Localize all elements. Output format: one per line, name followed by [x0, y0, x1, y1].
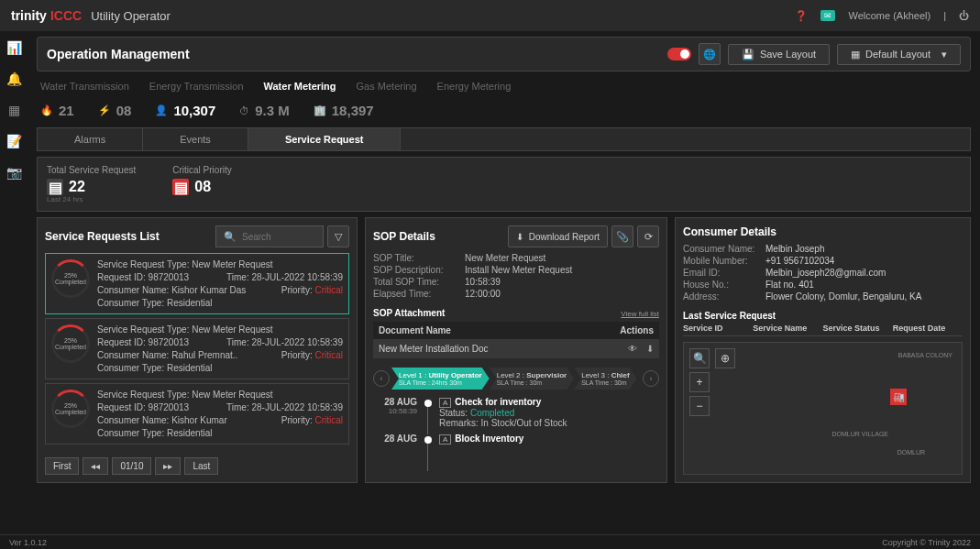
- filter-icon[interactable]: ▽: [327, 225, 349, 247]
- pager-current: 01/10: [112, 457, 151, 475]
- camera-icon[interactable]: 📷: [6, 165, 22, 180]
- live-toggle[interactable]: [667, 48, 691, 60]
- timeline-item: 28 AUGABlock Inventory: [373, 434, 659, 445]
- view-icon[interactable]: 👁: [628, 344, 637, 354]
- map-search-icon[interactable]: 🔍: [689, 348, 710, 368]
- workflow-step[interactable]: Level 2 : SupervisiorSLA Time : 30m: [490, 368, 574, 390]
- flow-next[interactable]: ›: [643, 370, 659, 387]
- welcome-text: Welcome (Akheel): [848, 10, 930, 21]
- search-icon: 🔍: [224, 231, 237, 243]
- pager-prev[interactable]: ◂◂: [83, 457, 108, 475]
- critical-counter: Critical Priority ▤08: [172, 165, 231, 203]
- workflow-step[interactable]: Level 3 : ChiefSLA Time : 30m: [574, 368, 636, 390]
- help-icon[interactable]: ❓: [795, 10, 808, 22]
- category-tab[interactable]: Water Metering: [264, 81, 336, 92]
- stat-item: 🏢18,397: [314, 103, 374, 118]
- list-icon: ▤: [47, 179, 63, 195]
- table-header: Service Status: [823, 324, 893, 333]
- sop-title: SOP Details: [373, 230, 435, 243]
- view-full-list-link[interactable]: View full list: [621, 310, 659, 318]
- download-icon[interactable]: ⬇: [646, 344, 654, 354]
- category-tab[interactable]: Energy Metering: [437, 81, 512, 92]
- app-logo: trinityICCC Utility Operator: [11, 8, 171, 23]
- workflow-step[interactable]: Level 1 : Utility OperatorSLA Time : 24h…: [391, 368, 490, 390]
- sub-tabs: AlarmsEventsService Request: [37, 127, 971, 151]
- stat-item: 👤10,307: [155, 103, 215, 118]
- edit-icon[interactable]: 📝: [6, 134, 22, 148]
- category-tab[interactable]: Water Transmission: [40, 81, 129, 92]
- service-request-card[interactable]: 25%CompletedService Request Type: New Me…: [45, 253, 349, 314]
- service-request-card[interactable]: 25%CompletedService Request Type: New Me…: [45, 383, 349, 445]
- doc-row: New Meter Installation Doc 👁 ⬇: [373, 339, 659, 358]
- map-locate-icon[interactable]: ⊕: [715, 348, 735, 368]
- sub-tab[interactable]: Alarms: [38, 128, 143, 150]
- dashboard-icon[interactable]: 📊: [6, 40, 22, 55]
- stat-item: ⏱9.3 M: [239, 103, 290, 118]
- power-icon[interactable]: ⏻: [959, 10, 969, 21]
- category-tabs: Water TransmissionEnergy TransmissionWat…: [37, 71, 971, 101]
- category-tab[interactable]: Energy Transmission: [149, 81, 244, 92]
- table-header: Service Name: [753, 324, 822, 333]
- service-request-card[interactable]: 25%CompletedService Request Type: New Me…: [45, 318, 349, 379]
- alert-icon: ▤: [172, 179, 189, 195]
- stats-row: 🔥21⚡08👤10,307⏱9.3 M🏢18,397: [37, 101, 971, 127]
- sub-tab[interactable]: Events: [143, 128, 248, 150]
- timeline-item: 28 AUG10:58:39ACheck for inventoryStatus…: [373, 397, 659, 428]
- list-icon[interactable]: ▦: [8, 103, 20, 117]
- download-report-button[interactable]: ⬇Download Report: [508, 225, 608, 247]
- search-input[interactable]: 🔍: [215, 225, 324, 247]
- map-zoom-in[interactable]: +: [689, 372, 710, 392]
- table-header: Service ID: [683, 324, 753, 333]
- notification-badge[interactable]: ✉: [820, 10, 835, 21]
- copyright-text: Copyright © Trinity 2022: [882, 538, 971, 547]
- total-requests-counter: Total Service Request ▤22 Last 24 hrs: [47, 165, 136, 203]
- table-header: Request Date: [893, 324, 963, 333]
- globe-icon[interactable]: 🌐: [699, 43, 721, 65]
- divider: |: [943, 10, 946, 21]
- last-service-request-title: Last Service Request: [683, 311, 963, 321]
- stat-item: 🔥21: [40, 103, 74, 118]
- attachment-icon[interactable]: 📎: [611, 225, 633, 247]
- pager-last[interactable]: Last: [184, 457, 218, 475]
- version-text: Ver 1.0.12: [9, 538, 47, 547]
- stat-item: ⚡08: [98, 103, 132, 118]
- list-title: Service Requests List: [45, 230, 160, 243]
- map[interactable]: 🔍 + − ⊕ 🏭 BABASA COLONY DOMLUR DOMLUR VI…: [683, 342, 963, 475]
- doc-name-header: Document Name: [379, 325, 451, 335]
- sidebar: 📊 🔔 ▦ 📝 📷: [0, 31, 28, 534]
- flow-prev[interactable]: ‹: [373, 370, 390, 387]
- map-pin-icon[interactable]: 🏭: [890, 389, 907, 405]
- refresh-icon[interactable]: ⟳: [637, 225, 659, 247]
- category-tab[interactable]: Gas Metering: [357, 81, 417, 92]
- page-title: Operation Management: [47, 47, 190, 61]
- sop-attachment-title: SOP Attachment: [373, 308, 445, 318]
- layout-dropdown[interactable]: ▦Default Layout: [837, 44, 961, 65]
- consumer-title: Consumer Details: [683, 225, 776, 238]
- pager-first[interactable]: First: [45, 457, 79, 475]
- pager-next[interactable]: ▸▸: [155, 457, 181, 475]
- bell-icon[interactable]: 🔔: [6, 71, 22, 86]
- map-zoom-out[interactable]: −: [689, 396, 710, 416]
- sub-tab[interactable]: Service Request: [248, 128, 402, 150]
- doc-actions-header: Actions: [620, 325, 654, 335]
- save-layout-button[interactable]: 💾Save Layout: [728, 44, 830, 65]
